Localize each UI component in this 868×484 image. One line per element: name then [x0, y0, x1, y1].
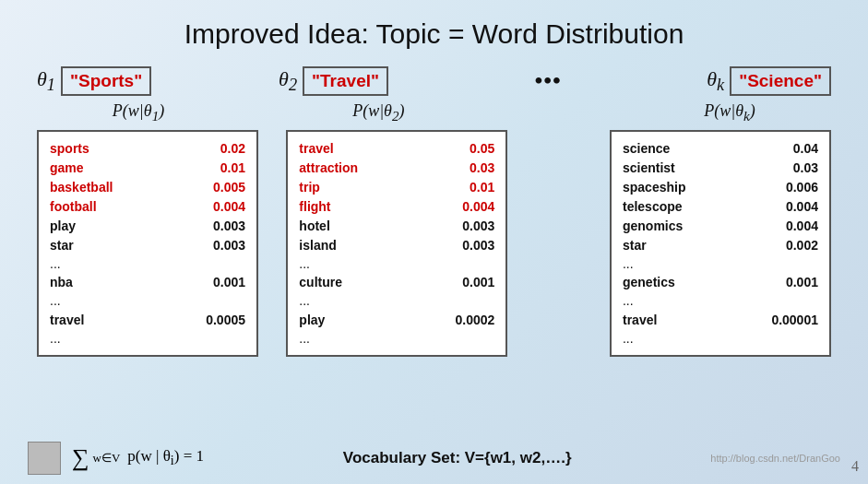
prob-val: 0.0002 [456, 311, 495, 330]
ellipsis: ... [623, 255, 818, 274]
word: genomics [623, 217, 683, 236]
word: scientist [623, 159, 675, 178]
prob-labels-row: P(w|θ1) P(w|θ2) P(w|θk) [28, 101, 840, 124]
word: trip [299, 178, 320, 197]
word-row: travel 0.00001 [623, 311, 818, 330]
bottom-bar: ∑ w∈V p(w | θi) = 1 Vocabulary Set: V={w… [0, 442, 868, 475]
word-row: culture 0.001 [299, 273, 494, 292]
prob-val: 0.003 [462, 236, 494, 255]
word-row: spaceship 0.006 [623, 178, 818, 197]
ellipsis: ... [50, 292, 245, 311]
topic-dots: ••• [534, 66, 561, 96]
prob-label-2: P(w|θ2) [286, 101, 470, 124]
word-row: flight 0.004 [299, 197, 494, 217]
ellipsis: ... [623, 292, 818, 311]
prob-val: 0.02 [220, 139, 245, 159]
sum-expression: p(w | θi) = 1 [127, 447, 204, 468]
prob-val: 0.004 [213, 197, 245, 217]
prob-val: 0.05 [470, 139, 494, 159]
dist-box-sports: sports 0.02 game 0.01 basketball 0.005 f… [37, 130, 258, 358]
prob-val: 0.005 [213, 178, 245, 197]
word-row: island 0.003 [299, 236, 494, 255]
word-row: star 0.003 [50, 236, 245, 255]
word-row: nba 0.001 [50, 273, 245, 292]
slide: Improved Idea: Topic = Word Distribution… [0, 0, 868, 484]
word: basketball [50, 178, 113, 197]
topic-header-2: θ2 "Travel" [279, 66, 388, 96]
word-row: star 0.002 [623, 236, 818, 255]
word-row: play 0.0002 [299, 311, 494, 330]
theta-k-sym: θk [707, 67, 724, 95]
word: nba [50, 273, 73, 292]
prob-val: 0.03 [470, 159, 494, 178]
word-row: trip 0.01 [299, 178, 494, 197]
word-row: telescope 0.004 [623, 197, 818, 217]
word-row: travel 0.0005 [50, 311, 245, 330]
theta-1-sym: θ1 [37, 67, 55, 95]
word-row: genetics 0.001 [623, 273, 818, 292]
topic-box-2: "Travel" [303, 66, 388, 96]
sum-subscript: w∈V [93, 451, 121, 466]
word: travel [623, 311, 657, 330]
word-row: scientist 0.03 [623, 159, 818, 178]
prob-val: 0.03 [793, 159, 818, 178]
word: sports [50, 139, 89, 159]
prob-val: 0.04 [793, 139, 818, 159]
prob-label-k: P(w|θk) [637, 101, 822, 124]
word: football [50, 197, 97, 217]
prob-val: 0.001 [462, 273, 494, 292]
word-row: play 0.003 [50, 217, 245, 236]
word-row: attraction 0.03 [299, 159, 494, 178]
word-row: travel 0.05 [299, 139, 494, 159]
prob-val: 0.003 [462, 217, 494, 236]
word: star [623, 236, 647, 255]
word: travel [50, 311, 84, 330]
prob-val: 0.003 [213, 236, 245, 255]
logo-box [28, 442, 61, 475]
topic-box-k: "Science" [730, 66, 831, 96]
prob-val: 0.003 [213, 217, 245, 236]
prob-val: 0.001 [213, 273, 245, 292]
ellipsis: ... [50, 255, 245, 274]
prob-val: 0.0005 [206, 311, 245, 330]
theta-2-sym: θ2 [279, 67, 297, 95]
word-row: genomics 0.004 [623, 217, 818, 236]
word-row: basketball 0.005 [50, 178, 245, 197]
dist-box-travel: travel 0.05 attraction 0.03 trip 0.01 fl… [286, 130, 507, 358]
vocab-label: Vocabulary Set: V={w1, w2,….} [343, 449, 572, 467]
prob-val: 0.01 [470, 178, 494, 197]
ellipsis: ... [623, 330, 818, 348]
sigma-symbol: ∑ [72, 444, 89, 472]
prob-val: 0.01 [220, 159, 245, 178]
slide-title: Improved Idea: Topic = Word Distribution [28, 18, 840, 50]
ellipsis: ... [50, 330, 245, 348]
topic-header-k: θk "Science" [707, 66, 831, 96]
sum-formula: ∑ w∈V p(w | θi) = 1 [28, 442, 204, 475]
word-row: football 0.004 [50, 197, 245, 217]
word-row: game 0.01 [50, 159, 245, 178]
word: play [299, 311, 325, 330]
word-row: hotel 0.003 [299, 217, 494, 236]
word: travel [299, 139, 333, 159]
word-row: sports 0.02 [50, 139, 245, 159]
word: genetics [623, 273, 675, 292]
prob-val: 0.004 [786, 197, 818, 217]
dist-box-science: science 0.04 scientist 0.03 spaceship 0.… [610, 130, 831, 358]
word: island [299, 236, 336, 255]
prob-val: 0.004 [786, 217, 818, 236]
topic-box-1: "Sports" [61, 66, 151, 96]
word: play [50, 217, 76, 236]
prob-val: 0.006 [786, 178, 818, 197]
topics-header-row: θ1 "Sports" θ2 "Travel" ••• θk "Science" [28, 66, 840, 96]
topic-header-1: θ1 "Sports" [37, 66, 151, 96]
ellipsis: ... [299, 292, 494, 311]
ellipsis: ... [299, 255, 494, 274]
dist-row: sports 0.02 game 0.01 basketball 0.005 f… [28, 130, 840, 358]
prob-val: 0.004 [462, 197, 494, 217]
prob-label-1: P(w|θ1) [46, 101, 231, 124]
word: science [623, 139, 670, 159]
word: star [50, 236, 74, 255]
word: hotel [299, 217, 329, 236]
prob-val: 0.001 [786, 273, 818, 292]
word: attraction [299, 159, 358, 178]
